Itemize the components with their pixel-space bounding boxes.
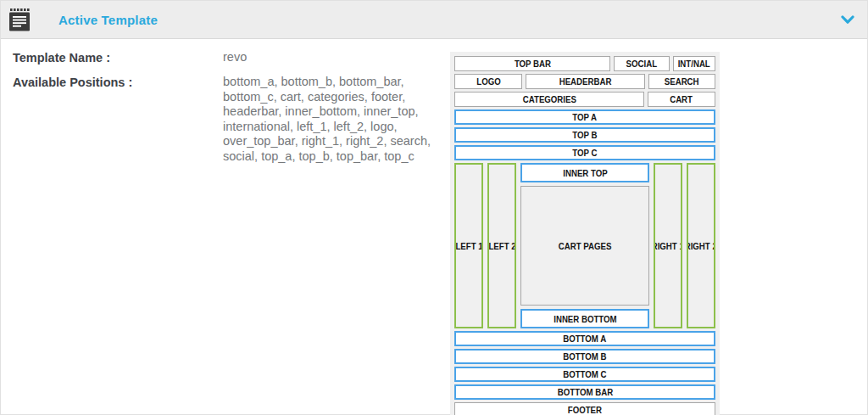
position-search: SEARCH [648, 74, 715, 89]
position-left-2: LEFT 2 [487, 163, 516, 328]
template-name-value: revo [223, 50, 439, 65]
position-bottom-a: BOTTOM A [454, 331, 715, 346]
position-top-bar: TOP BAR [454, 56, 610, 71]
position-international: INT/NAL [673, 56, 715, 71]
position-bottom-c: BOTTOM C [454, 367, 715, 382]
available-positions-row: Available Positions : bottom_a, bottom_b… [13, 75, 441, 164]
position-right-1: RIGHT 1 [654, 163, 682, 328]
position-top-b: TOP B [454, 127, 715, 143]
position-top-a: TOP A [454, 109, 715, 125]
position-top-c: TOP C [454, 145, 715, 160]
diagram-row-top-b: TOP B [454, 127, 715, 143]
diagram-row-bottom-c: BOTTOM C [454, 367, 715, 382]
position-footer: FOOTER [454, 402, 715, 415]
panel-header: Active Template [1, 1, 867, 39]
position-logo: LOGO [454, 74, 522, 89]
diagram-center-column: INNER TOP CART PAGES INNER BOTTOM [520, 163, 649, 328]
diagram-row-footer: FOOTER [454, 402, 715, 415]
position-categories: CATEGORIES [454, 92, 644, 107]
diagram-row-top-c: TOP C [454, 145, 715, 160]
template-name-row: Template Name : revo [13, 50, 441, 65]
available-positions-value: bottom_a, bottom_b, bottom_bar, bottom_c… [223, 75, 439, 164]
template-name-label: Template Name : [13, 50, 223, 65]
position-cart-pages: CART PAGES [520, 186, 649, 306]
diagram-row-topbar: TOP BAR SOCIAL INT/NAL [454, 56, 715, 71]
diagram-row-header: LOGO HEADERBAR SEARCH [454, 74, 715, 89]
diagram-row-bottom-bar: BOTTOM BAR [454, 384, 715, 400]
position-right-2: RIGHT 2 [687, 163, 715, 328]
diagram-middle-section: LEFT 1 LEFT 2 INNER TOP CART PAGES INNER… [454, 163, 715, 328]
template-info: Template Name : revo Available Positions… [13, 50, 441, 173]
position-left-1: LEFT 1 [454, 163, 483, 328]
diagram-row-top-a: TOP A [454, 109, 715, 125]
available-positions-label: Available Positions : [13, 75, 223, 164]
position-inner-bottom: INNER BOTTOM [520, 309, 649, 328]
active-template-panel: Active Template Template Name : revo Ava… [0, 0, 868, 415]
template-layout-diagram: TOP BAR SOCIAL INT/NAL LOGO HEADERBAR SE… [450, 52, 720, 415]
panel-title: Active Template [58, 13, 158, 27]
position-bottom-b: BOTTOM B [454, 349, 715, 364]
chevron-down-icon[interactable] [841, 15, 854, 25]
position-cart: CART [648, 92, 715, 107]
position-bottom-bar: BOTTOM BAR [454, 384, 715, 400]
notepad-icon [9, 8, 30, 32]
position-headerbar: HEADERBAR [526, 74, 645, 89]
position-social: SOCIAL [614, 56, 670, 71]
position-inner-top: INNER TOP [520, 163, 649, 182]
diagram-row-categories: CATEGORIES CART [454, 92, 715, 107]
diagram-row-bottom-a: BOTTOM A [454, 331, 715, 346]
diagram-row-bottom-b: BOTTOM B [454, 349, 715, 364]
